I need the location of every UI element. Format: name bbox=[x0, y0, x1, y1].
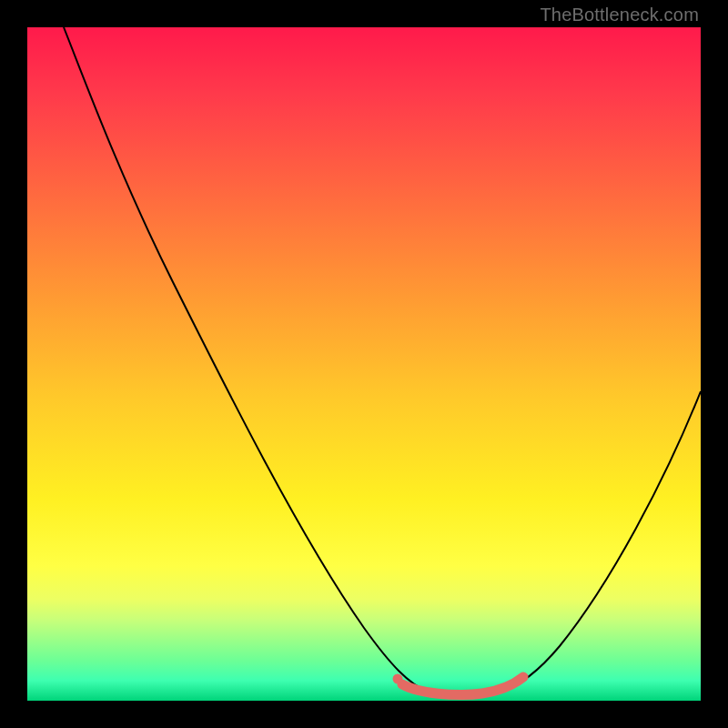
chart-frame: TheBottleneck.com bbox=[0, 0, 728, 728]
chart-svg bbox=[27, 27, 701, 701]
bottleneck-curve bbox=[64, 27, 701, 696]
watermark-label: TheBottleneck.com bbox=[540, 5, 699, 25]
optimum-flat-marker bbox=[402, 677, 523, 695]
plot-area bbox=[27, 27, 701, 701]
optimum-endpoint-left bbox=[393, 674, 403, 684]
